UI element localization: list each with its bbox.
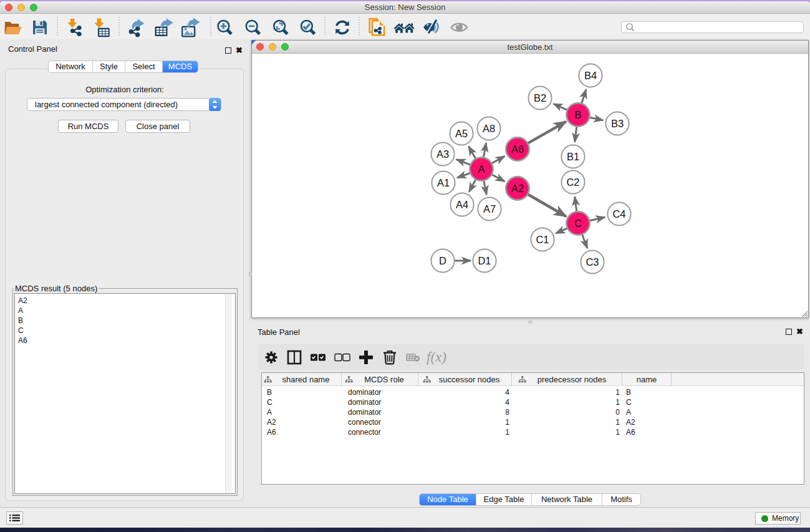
svg-text:B4: B4 xyxy=(584,70,597,81)
svg-text:D1: D1 xyxy=(478,255,491,266)
svg-text:A8: A8 xyxy=(483,123,495,134)
svg-text:A4: A4 xyxy=(456,199,468,210)
svg-text:f(x): f(x) xyxy=(427,349,446,365)
svg-text:C3: C3 xyxy=(586,256,599,268)
svg-text:C: C xyxy=(574,218,582,229)
svg-text:B2: B2 xyxy=(534,92,546,104)
svg-text:D: D xyxy=(439,255,446,266)
svg-text:C2: C2 xyxy=(566,177,579,188)
svg-text:A7: A7 xyxy=(483,203,496,215)
svg-text:A1: A1 xyxy=(437,177,450,188)
svg-text:A5: A5 xyxy=(455,128,468,139)
svg-text:C1: C1 xyxy=(536,234,549,245)
svg-text:A6: A6 xyxy=(511,143,524,155)
svg-text:A2: A2 xyxy=(511,183,524,194)
svg-text:A3: A3 xyxy=(436,148,449,160)
svg-text:B1: B1 xyxy=(567,151,579,162)
svg-text:C4: C4 xyxy=(612,208,625,220)
svg-text:B: B xyxy=(574,109,581,120)
svg-text:A: A xyxy=(478,163,485,175)
svg-text:B3: B3 xyxy=(611,118,624,129)
